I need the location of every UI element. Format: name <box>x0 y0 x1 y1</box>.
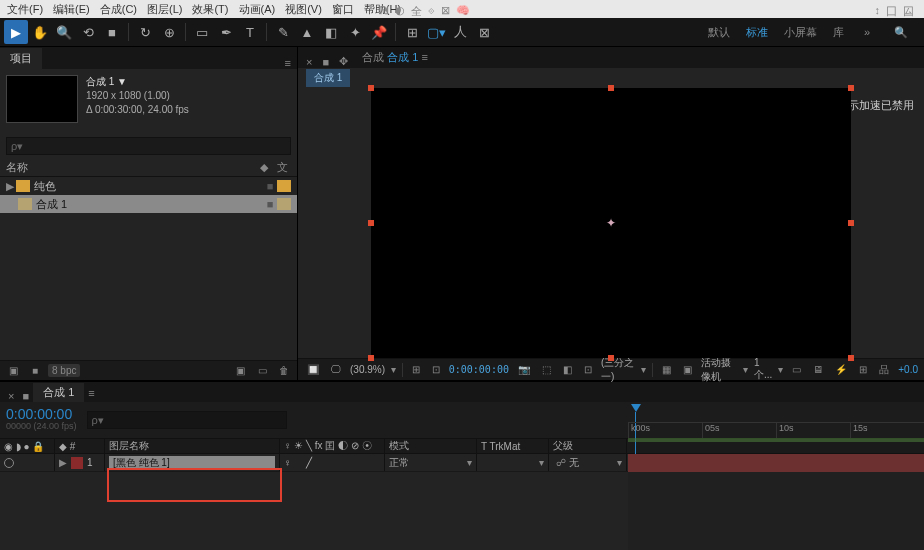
project-col-name[interactable]: 名称 <box>6 160 255 175</box>
panel-drag-icon[interactable]: ✥ <box>335 55 352 68</box>
anchor-point-icon[interactable]: ✦ <box>604 216 618 230</box>
folder-toggle-icon[interactable]: ▶ <box>6 180 16 193</box>
snapshot-icon[interactable]: 📷 <box>515 364 533 375</box>
expand-icon[interactable]: ↕ <box>875 4 881 19</box>
hand-tool[interactable]: ✋ <box>28 20 52 44</box>
columns-icon[interactable]: 囗 <box>886 4 897 19</box>
menu-file[interactable]: 文件(F) <box>4 2 46 17</box>
blend-mode-dropdown[interactable]: 正常▾ <box>389 456 472 470</box>
layer-toggle-icon[interactable]: ▶ <box>59 457 67 468</box>
mesh-tool[interactable]: ⊠ <box>472 20 496 44</box>
rgb-icon[interactable]: ◧ <box>560 364 575 375</box>
timeline-tab-menu-icon[interactable]: ≡ <box>84 384 98 402</box>
layer-row[interactable]: ▶ 1 [黑色 纯色 1] ♀ ╱ 正常▾ <box>0 454 628 472</box>
handle-bottom-mid[interactable] <box>608 355 614 361</box>
eye-icon[interactable] <box>4 458 14 468</box>
panel-menu-icon[interactable]: ≡ <box>279 57 297 69</box>
guides-icon[interactable]: ▦ <box>659 364 674 375</box>
project-col-tag-icon[interactable]: ◆ <box>255 161 273 174</box>
rect-tool[interactable]: ▭ <box>190 20 214 44</box>
rotate-tool[interactable]: ↻ <box>133 20 157 44</box>
pixel-aspect-icon[interactable]: 🖥 <box>810 364 826 375</box>
timeline-icon[interactable]: ⊞ <box>856 364 870 375</box>
region-icon[interactable]: ⊡ <box>581 364 595 375</box>
col-index[interactable]: ◆ # <box>55 439 105 453</box>
timeline-track-area[interactable] <box>628 454 924 550</box>
project-tab[interactable]: 项目 <box>0 48 42 69</box>
graph-editor-icon[interactable]: 囜 <box>903 4 914 19</box>
roto-tool[interactable]: ✦ <box>343 20 367 44</box>
resolution-dropdown[interactable]: (三分之一) <box>601 356 635 384</box>
handle-mid-right[interactable] <box>848 220 854 226</box>
brain-icon[interactable]: 🧠 <box>456 4 470 19</box>
interpret-footage-icon[interactable]: ▣ <box>4 365 22 376</box>
comp-tag-icon[interactable]: ■ <box>263 198 277 210</box>
composition-viewer[interactable]: 显示加速已禁用 ✦ <box>298 88 924 358</box>
pen-tool[interactable]: ✒ <box>214 20 238 44</box>
selection-tool[interactable]: ▶ <box>4 20 28 44</box>
menu-animation[interactable]: 动画(A) <box>236 2 279 17</box>
handle-top-mid[interactable] <box>608 85 614 91</box>
project-folder-row[interactable]: ▶ 纯色 ■ <box>0 177 297 195</box>
menu-view[interactable]: 视图(V) <box>282 2 325 17</box>
viewer-timecode[interactable]: 0:00:00:00 <box>449 364 509 375</box>
ws-standard[interactable]: 标准 <box>746 25 768 40</box>
menu-effect[interactable]: 效果(T) <box>189 2 231 17</box>
work-area-bar[interactable] <box>628 438 924 442</box>
new-comp-icon[interactable]: ▣ <box>231 365 249 376</box>
anchor-tool[interactable]: ⊕ <box>157 20 181 44</box>
handle-top-left[interactable] <box>368 85 374 91</box>
project-comp-row[interactable]: 合成 1 ■ <box>0 195 297 213</box>
layer-color-chip[interactable] <box>71 457 83 469</box>
graph-icon[interactable]: ⟐ <box>428 4 435 19</box>
close-panel-icon[interactable]: × <box>302 56 316 68</box>
flowchart-icon[interactable]: 品 <box>876 363 892 377</box>
proxy-icon[interactable]: ■ <box>26 365 44 376</box>
local-axis-tool[interactable]: ⊞ <box>400 20 424 44</box>
puppet-tool[interactable]: 📌 <box>367 20 391 44</box>
fast-preview-icon[interactable]: ⚡ <box>832 364 850 375</box>
layer-name[interactable]: [黑色 纯色 1] <box>109 456 275 470</box>
menu-layer[interactable]: 图层(L) <box>144 2 185 17</box>
frame-blend-icon[interactable]: ◐ <box>395 4 405 19</box>
orbit-tool[interactable]: ⟲ <box>76 20 100 44</box>
viewer-flowchart-chip[interactable]: 合成 1 <box>306 69 350 87</box>
parent-dropdown[interactable]: 无▾ <box>569 456 622 470</box>
menu-edit[interactable]: 编辑(E) <box>50 2 93 17</box>
timeline-search-input[interactable]: ρ▾ <box>87 411 287 429</box>
ws-overflow-icon[interactable]: » <box>860 26 874 38</box>
trash-icon[interactable]: 🗑 <box>275 365 293 376</box>
zoom-tool[interactable]: 🔍 <box>52 20 76 44</box>
view-opt-icon[interactable]: ▭ <box>789 364 804 375</box>
show-snapshot-icon[interactable]: ⬚ <box>539 364 554 375</box>
project-tree[interactable]: ▶ 纯色 ■ 合成 1 ■ <box>0 177 297 360</box>
handle-bottom-left[interactable] <box>368 355 374 361</box>
col-visibility[interactable]: ◉ ◗ ● 🔒 <box>0 439 55 453</box>
col-parent[interactable]: 父级 <box>549 439 627 453</box>
layer-switch-video[interactable]: ♀ <box>284 457 292 468</box>
menu-window[interactable]: 窗口 <box>329 2 357 17</box>
trkmat-dropdown[interactable]: ▾ <box>481 457 544 468</box>
project-col-type-icon[interactable]: 文 <box>273 160 291 175</box>
mask-icon[interactable]: ▣ <box>680 364 695 375</box>
shy-icon[interactable]: ₪ <box>380 4 389 19</box>
exposure-value[interactable]: +0.0 <box>898 364 918 375</box>
zoom-dropdown[interactable]: (30.9%) <box>350 364 385 375</box>
brush-tool[interactable]: ✎ <box>271 20 295 44</box>
ws-small[interactable]: 小屏幕 <box>784 25 817 40</box>
motion-blur-icon[interactable]: 全 <box>411 4 422 19</box>
col-mode[interactable]: 模式 <box>385 439 477 453</box>
snap-tool[interactable]: ▢▾ <box>424 20 448 44</box>
close-timeline-icon[interactable]: × <box>4 390 18 402</box>
search-help-icon[interactable]: 🔍 <box>890 26 912 39</box>
bpc-button[interactable]: 8 bpc <box>48 364 80 377</box>
col-layer-name[interactable]: 图层名称 <box>105 439 280 453</box>
display-icon[interactable]: 🖵 <box>328 364 344 375</box>
clone-tool[interactable]: ▲ <box>295 20 319 44</box>
col-switches[interactable]: ♀ ☀ ╲ fx 囯 ◐ ⊘ ☉ <box>280 439 385 453</box>
views-dropdown[interactable]: 1个... <box>754 357 772 382</box>
handle-top-right[interactable] <box>848 85 854 91</box>
handle-mid-left[interactable] <box>368 220 374 226</box>
handle-bottom-right[interactable] <box>848 355 854 361</box>
snap-options[interactable]: 人 <box>448 20 472 44</box>
